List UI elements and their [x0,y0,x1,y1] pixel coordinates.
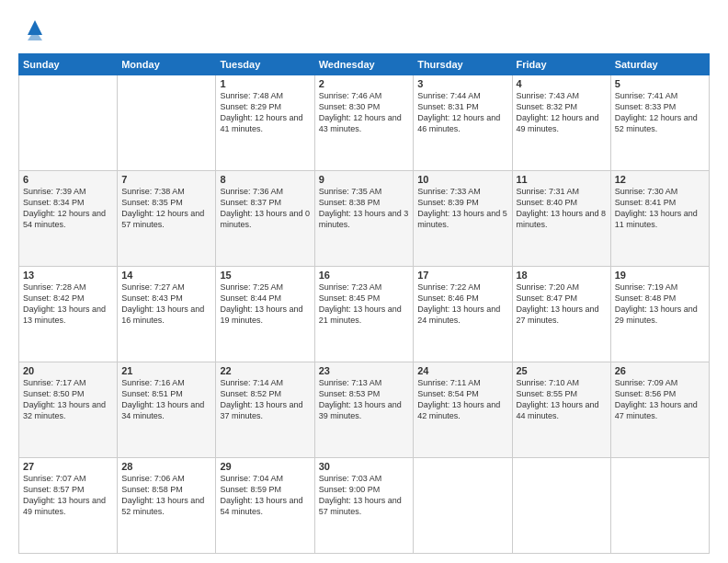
day-number: 5 [615,78,705,89]
day-info: Sunrise: 7:10 AM Sunset: 8:55 PM Dayligh… [517,377,607,422]
day-info: Sunrise: 7:16 AM Sunset: 8:51 PM Dayligh… [121,377,211,422]
calendar-cell: 4Sunrise: 7:43 AM Sunset: 8:32 PM Daylig… [512,75,610,171]
svg-marker-1 [28,35,42,40]
calendar-cell: 17Sunrise: 7:22 AM Sunset: 8:46 PM Dayli… [414,267,512,362]
calendar-week-row: 27Sunrise: 7:07 AM Sunset: 8:57 PM Dayli… [19,458,710,554]
calendar-cell: 7Sunrise: 7:38 AM Sunset: 8:35 PM Daylig… [118,171,216,267]
day-number: 20 [23,365,113,376]
day-info: Sunrise: 7:09 AM Sunset: 8:56 PM Dayligh… [615,377,705,422]
day-number: 27 [23,461,113,472]
calendar-cell: 8Sunrise: 7:36 AM Sunset: 8:37 PM Daylig… [216,171,314,267]
day-number: 25 [517,365,607,376]
day-number: 14 [121,270,211,281]
day-info: Sunrise: 7:31 AM Sunset: 8:40 PM Dayligh… [517,186,607,231]
day-info: Sunrise: 7:03 AM Sunset: 9:00 PM Dayligh… [319,473,409,518]
calendar-cell: 30Sunrise: 7:03 AM Sunset: 9:00 PM Dayli… [314,458,413,554]
calendar-cell [414,458,512,554]
day-info: Sunrise: 7:20 AM Sunset: 8:47 PM Dayligh… [517,282,607,327]
day-info: Sunrise: 7:13 AM Sunset: 8:53 PM Dayligh… [319,377,409,422]
calendar-cell: 5Sunrise: 7:41 AM Sunset: 8:33 PM Daylig… [610,75,709,171]
calendar-cell [610,458,709,554]
day-number: 8 [220,174,310,185]
calendar-cell: 15Sunrise: 7:25 AM Sunset: 8:44 PM Dayli… [216,267,314,362]
calendar-cell: 1Sunrise: 7:48 AM Sunset: 8:29 PM Daylig… [216,75,314,171]
day-info: Sunrise: 7:48 AM Sunset: 8:29 PM Dayligh… [220,90,310,135]
day-info: Sunrise: 7:27 AM Sunset: 8:43 PM Dayligh… [121,282,211,327]
day-number: 19 [615,270,705,281]
calendar-week-row: 13Sunrise: 7:28 AM Sunset: 8:42 PM Dayli… [19,267,710,362]
day-number: 15 [220,270,310,281]
calendar-cell: 20Sunrise: 7:17 AM Sunset: 8:50 PM Dayli… [19,362,118,458]
calendar-cell [19,75,118,171]
day-number: 11 [517,174,607,185]
day-info: Sunrise: 7:11 AM Sunset: 8:54 PM Dayligh… [417,377,507,422]
weekday-header: Sunday [19,54,118,75]
day-number: 12 [615,174,705,185]
logo-icon [22,15,48,44]
calendar-table: SundayMondayTuesdayWednesdayThursdayFrid… [18,53,710,554]
day-number: 22 [220,365,310,376]
calendar-cell: 26Sunrise: 7:09 AM Sunset: 8:56 PM Dayli… [610,362,709,458]
svg-marker-0 [28,20,42,35]
weekday-header: Thursday [414,54,512,75]
day-info: Sunrise: 7:43 AM Sunset: 8:32 PM Dayligh… [517,90,607,135]
calendar-cell: 11Sunrise: 7:31 AM Sunset: 8:40 PM Dayli… [512,171,610,267]
day-number: 18 [517,270,607,281]
calendar-cell: 16Sunrise: 7:23 AM Sunset: 8:45 PM Dayli… [314,267,413,362]
weekday-header: Friday [512,54,610,75]
day-info: Sunrise: 7:25 AM Sunset: 8:44 PM Dayligh… [220,282,310,327]
calendar-cell: 29Sunrise: 7:04 AM Sunset: 8:59 PM Dayli… [216,458,314,554]
calendar-week-row: 1Sunrise: 7:48 AM Sunset: 8:29 PM Daylig… [19,75,710,171]
day-info: Sunrise: 7:46 AM Sunset: 8:30 PM Dayligh… [319,90,409,135]
calendar-cell [512,458,610,554]
day-info: Sunrise: 7:04 AM Sunset: 8:59 PM Dayligh… [220,473,310,518]
calendar-cell: 21Sunrise: 7:16 AM Sunset: 8:51 PM Dayli… [118,362,216,458]
day-number: 13 [23,270,113,281]
calendar-cell: 24Sunrise: 7:11 AM Sunset: 8:54 PM Dayli… [414,362,512,458]
day-info: Sunrise: 7:39 AM Sunset: 8:34 PM Dayligh… [23,186,113,231]
day-number: 16 [319,270,409,281]
day-info: Sunrise: 7:28 AM Sunset: 8:42 PM Dayligh… [23,282,113,327]
calendar-cell: 14Sunrise: 7:27 AM Sunset: 8:43 PM Dayli… [118,267,216,362]
day-number: 28 [121,461,211,472]
calendar-week-row: 6Sunrise: 7:39 AM Sunset: 8:34 PM Daylig… [19,171,710,267]
calendar-cell: 12Sunrise: 7:30 AM Sunset: 8:41 PM Dayli… [610,171,709,267]
day-info: Sunrise: 7:19 AM Sunset: 8:48 PM Dayligh… [615,282,705,327]
day-info: Sunrise: 7:44 AM Sunset: 8:31 PM Dayligh… [417,90,507,135]
calendar-cell: 2Sunrise: 7:46 AM Sunset: 8:30 PM Daylig… [314,75,413,171]
day-number: 30 [319,461,409,472]
day-info: Sunrise: 7:36 AM Sunset: 8:37 PM Dayligh… [220,186,310,231]
calendar-cell: 25Sunrise: 7:10 AM Sunset: 8:55 PM Dayli… [512,362,610,458]
day-info: Sunrise: 7:30 AM Sunset: 8:41 PM Dayligh… [615,186,705,231]
day-number: 6 [23,174,113,185]
day-number: 23 [319,365,409,376]
day-number: 21 [121,365,211,376]
day-info: Sunrise: 7:38 AM Sunset: 8:35 PM Dayligh… [121,186,211,231]
calendar-cell: 19Sunrise: 7:19 AM Sunset: 8:48 PM Dayli… [610,267,709,362]
weekday-header: Saturday [610,54,709,75]
weekday-header: Monday [118,54,216,75]
calendar-cell: 3Sunrise: 7:44 AM Sunset: 8:31 PM Daylig… [414,75,512,171]
weekday-header: Tuesday [216,54,314,75]
calendar-cell: 28Sunrise: 7:06 AM Sunset: 8:58 PM Dayli… [118,458,216,554]
day-number: 10 [417,174,507,185]
day-info: Sunrise: 7:14 AM Sunset: 8:52 PM Dayligh… [220,377,310,422]
day-number: 1 [220,78,310,89]
day-number: 29 [220,461,310,472]
day-number: 3 [417,78,507,89]
logo [18,15,48,44]
calendar-week-row: 20Sunrise: 7:17 AM Sunset: 8:50 PM Dayli… [19,362,710,458]
weekday-header-row: SundayMondayTuesdayWednesdayThursdayFrid… [19,54,710,75]
day-number: 2 [319,78,409,89]
day-info: Sunrise: 7:06 AM Sunset: 8:58 PM Dayligh… [121,473,211,518]
day-number: 26 [615,365,705,376]
calendar-cell [118,75,216,171]
weekday-header: Wednesday [314,54,413,75]
day-info: Sunrise: 7:17 AM Sunset: 8:50 PM Dayligh… [23,377,113,422]
day-number: 9 [319,174,409,185]
calendar-cell: 23Sunrise: 7:13 AM Sunset: 8:53 PM Dayli… [314,362,413,458]
day-number: 24 [417,365,507,376]
calendar-cell: 22Sunrise: 7:14 AM Sunset: 8:52 PM Dayli… [216,362,314,458]
day-number: 17 [417,270,507,281]
day-number: 4 [517,78,607,89]
